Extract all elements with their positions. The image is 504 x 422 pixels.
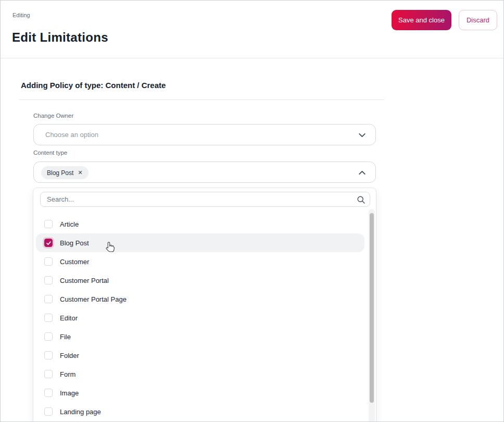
list-item[interactable]: File [36, 327, 364, 346]
checkbox[interactable] [44, 257, 53, 266]
checkbox[interactable] [44, 276, 53, 284]
section-divider [19, 100, 384, 100]
edit-limitations-page: Editing Edit Limitations Save and close … [0, 0, 504, 422]
checkbox[interactable] [44, 389, 53, 397]
list-item[interactable]: Form [36, 365, 364, 383]
breadcrumb: Editing [12, 12, 30, 18]
list-item[interactable]: Customer Portal [36, 271, 364, 290]
option-label: Article [60, 220, 79, 228]
search-icon [357, 195, 366, 204]
checkbox[interactable] [44, 351, 53, 359]
search-input[interactable] [41, 192, 370, 206]
content-type-dropdown: Article Blog Post Customer Customer Port… [33, 188, 376, 422]
checkbox[interactable] [44, 220, 53, 228]
options-list: Article Blog Post Customer Customer Port… [33, 215, 369, 421]
list-item[interactable]: Editor [36, 308, 364, 327]
checkbox[interactable] [44, 239, 53, 247]
option-label: Form [60, 370, 75, 378]
option-label: Landing page [60, 408, 101, 416]
list-item[interactable]: Folder [36, 346, 364, 365]
change-owner-label: Change Owner [33, 113, 73, 119]
change-owner-select[interactable]: Choose an option [33, 124, 376, 145]
option-label: Customer Portal [60, 277, 109, 284]
page-title: Edit Limitations [12, 30, 108, 45]
list-item[interactable]: Article [36, 215, 364, 233]
chevron-down-icon [358, 131, 367, 140]
list-item[interactable]: Blog Post [36, 233, 364, 252]
content-type-multiselect[interactable]: Blog Post ✕ [33, 162, 376, 183]
section-title: Adding Policy of type: Content / Create [21, 81, 166, 90]
chip-label: Blog Post [47, 169, 73, 177]
list-item[interactable]: Customer [36, 252, 364, 271]
content-type-label: Content type [33, 150, 67, 156]
change-owner-placeholder: Choose an option [45, 131, 98, 139]
save-and-close-button[interactable]: Save and close [392, 10, 451, 30]
option-label: Folder [60, 352, 79, 359]
option-label: Editor [60, 314, 78, 322]
chevron-up-icon [358, 168, 367, 177]
option-label: Customer [60, 258, 89, 266]
discard-button[interactable]: Discard [459, 10, 497, 30]
list-item[interactable]: Image [36, 383, 364, 402]
chip-remove-icon[interactable]: ✕ [78, 170, 82, 176]
checkbox[interactable] [44, 314, 53, 322]
selected-chip[interactable]: Blog Post ✕ [41, 166, 89, 179]
option-label: File [60, 333, 71, 341]
list-item[interactable]: Landing page [36, 402, 364, 421]
page-header: Editing Edit Limitations Save and close … [0, 0, 504, 58]
option-label: Customer Portal Page [60, 295, 127, 303]
scrollbar-thumb[interactable] [370, 213, 374, 403]
checkmark-icon [46, 240, 52, 246]
option-label: Blog Post [60, 239, 89, 247]
search-box [40, 192, 370, 207]
checkbox[interactable] [44, 407, 53, 416]
checkbox[interactable] [44, 332, 53, 341]
checkbox[interactable] [44, 370, 53, 378]
checkbox[interactable] [44, 295, 53, 303]
option-label: Image [60, 389, 79, 397]
list-item[interactable]: Customer Portal Page [36, 290, 364, 308]
